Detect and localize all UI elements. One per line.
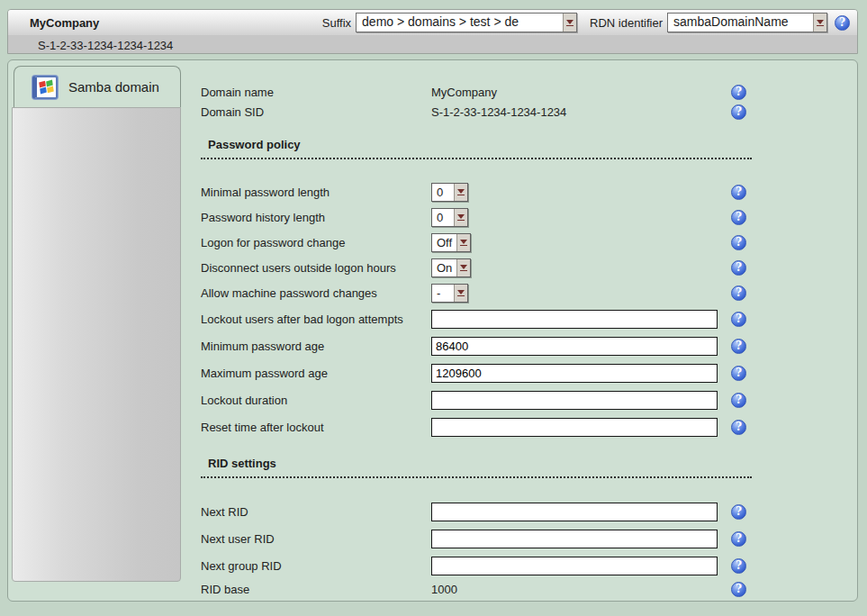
field-control: 1000: [431, 581, 724, 597]
rdn-identifier-select[interactable]: sambaDomainName: [667, 13, 827, 32]
field-control: [431, 418, 724, 437]
minimal-password-length-select[interactable]: 0: [431, 183, 468, 202]
field-control: 0: [431, 208, 724, 227]
suffix-label: Suffix: [322, 16, 351, 30]
help-icon[interactable]: ?: [731, 185, 746, 200]
form-row: Lockout duration?: [201, 386, 752, 413]
help-icon[interactable]: ?: [731, 285, 746, 301]
form-row: Domain nameMyCompany?: [201, 82, 752, 102]
chevron-down-icon[interactable]: [454, 285, 467, 302]
lockout-users-after-bad-logon-attempts-input[interactable]: [431, 310, 718, 329]
next-rid-input[interactable]: [431, 503, 718, 521]
lockout-duration-input[interactable]: [431, 391, 718, 410]
domain-sid-subtitle: S-1-2-33-1234-1234-1234: [38, 39, 173, 52]
section-header: Password policy: [201, 136, 752, 159]
allow-machine-password-changes-select[interactable]: -: [431, 284, 468, 303]
disconnect-users-outside-logon-hours-select[interactable]: On: [431, 258, 471, 277]
title-bar-row-sid: S-1-2-33-1234-1234-1234: [8, 35, 857, 54]
field-control: 0: [431, 183, 724, 202]
field-label: Disconnect users outside logon hours: [201, 261, 431, 275]
field-value: S-1-2-33-1234-1234-1234: [431, 105, 566, 119]
suffix-selected-value: demo > domains > test > de: [357, 14, 563, 32]
form-row: Logon for password changeOff?: [201, 230, 752, 255]
field-label: Minimal password length: [201, 186, 431, 199]
section-title: Password policy: [201, 138, 301, 151]
field-control: S-1-2-33-1234-1234-1234: [431, 104, 724, 120]
field-label: Maximum password age: [201, 367, 431, 380]
title-bar-row-main: MyCompany Suffix demo > domains > test >…: [8, 10, 857, 35]
help-icon[interactable]: ?: [731, 531, 746, 547]
main-panel: Samba domain Domain nameMyCompany?Domain…: [7, 59, 858, 602]
help-icon[interactable]: ?: [731, 504, 746, 520]
form-row: Next user RID?: [201, 525, 752, 552]
help-icon[interactable]: ?: [731, 558, 746, 574]
next-user-rid-input[interactable]: [431, 530, 718, 548]
field-label: Next user RID: [201, 532, 431, 546]
reset-time-after-lockout-input[interactable]: [431, 418, 718, 437]
field-label: Minimum password age: [201, 340, 431, 353]
field-label: Lockout users after bad logon attempts: [201, 313, 431, 326]
chevron-down-icon[interactable]: [456, 234, 470, 251]
rdn-identifier-label: RDN identifier: [590, 16, 663, 30]
form-row: Disconnect users outside logon hoursOn?: [201, 255, 752, 280]
dropdown-value: 0: [432, 209, 454, 226]
field-control: [431, 557, 724, 575]
next-group-rid-input[interactable]: [431, 557, 718, 575]
form-rows: Domain nameMyCompany?Domain SIDS-1-2-33-…: [201, 82, 752, 599]
chevron-down-icon[interactable]: [563, 14, 576, 32]
help-icon[interactable]: ?: [731, 260, 746, 276]
help-icon[interactable]: ?: [835, 15, 850, 31]
minimum-password-age-input[interactable]: [431, 337, 718, 356]
form-row: Next group RID?: [201, 552, 752, 579]
help-icon[interactable]: ?: [731, 104, 746, 120]
chevron-down-icon[interactable]: [454, 209, 467, 226]
field-label: Domain SID: [201, 105, 431, 119]
field-label: Reset time after lockout: [201, 421, 431, 434]
logon-for-password-change-select[interactable]: Off: [431, 233, 471, 252]
dropdown-value: On: [432, 259, 456, 276]
page-title: MyCompany: [30, 16, 99, 30]
form-row: Minimal password length0?: [201, 179, 752, 204]
field-label: Next group RID: [201, 559, 431, 573]
form-row: RID base1000?: [201, 579, 752, 599]
help-icon[interactable]: ?: [731, 420, 746, 435]
help-icon[interactable]: ?: [731, 366, 746, 381]
field-control: -: [431, 284, 724, 303]
help-icon[interactable]: ?: [731, 85, 746, 100]
field-control: MyCompany: [431, 84, 724, 100]
windows-flag: [39, 80, 54, 94]
form-row: Maximum password age?: [201, 359, 752, 386]
section-header: RID settings: [201, 455, 752, 478]
chevron-down-icon[interactable]: [454, 184, 467, 201]
help-icon[interactable]: ?: [731, 210, 746, 225]
help-icon[interactable]: ?: [731, 339, 746, 354]
dropdown-value: -: [432, 285, 454, 302]
field-label: Domain name: [201, 86, 431, 99]
field-control: On: [431, 258, 724, 277]
field-label: Lockout duration: [201, 394, 431, 407]
password-history-length-select[interactable]: 0: [431, 208, 468, 227]
chevron-down-icon[interactable]: [813, 14, 826, 32]
form-row: Minimum password age?: [201, 332, 752, 359]
field-label: Allow machine password changes: [201, 286, 431, 300]
sidebar-panel: [12, 107, 181, 582]
chevron-down-icon[interactable]: [456, 259, 470, 276]
help-icon[interactable]: ?: [731, 582, 746, 597]
field-control: [431, 310, 724, 329]
help-icon[interactable]: ?: [731, 235, 746, 250]
field-control: [431, 391, 724, 410]
rdn-selected-value: sambaDomainName: [668, 14, 813, 32]
tab-label: Samba domain: [68, 79, 159, 95]
tab-samba-domain[interactable]: Samba domain: [14, 66, 181, 107]
form-row: Domain SIDS-1-2-33-1234-1234-1234?: [201, 102, 752, 122]
help-icon[interactable]: ?: [731, 393, 746, 408]
field-control: [431, 364, 724, 383]
field-label: Logon for password change: [201, 236, 431, 249]
help-icon[interactable]: ?: [731, 312, 746, 327]
field-control: [431, 337, 724, 356]
field-label: Next RID: [201, 505, 431, 519]
maximum-password-age-input[interactable]: [431, 364, 718, 383]
form-row: Reset time after lockout?: [201, 413, 752, 440]
section-title: RID settings: [201, 457, 276, 470]
suffix-select[interactable]: demo > domains > test > de: [356, 13, 577, 32]
